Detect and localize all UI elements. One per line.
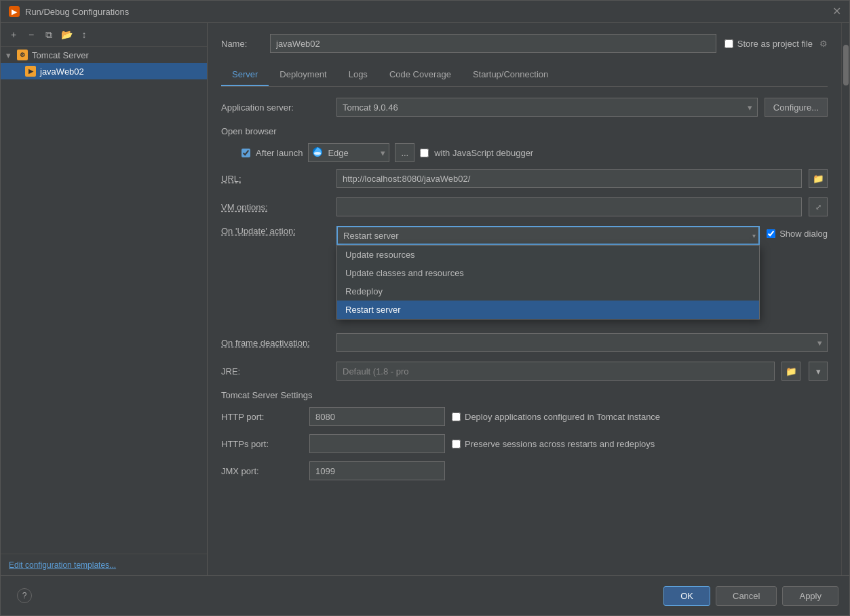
frame-deact-select-wrapper: ▾ [336, 333, 828, 352]
expand-icon: ▾ [6, 50, 14, 60]
app-server-select[interactable]: Tomcat 9.0.46 [336, 98, 758, 117]
after-launch-checkbox[interactable] [242, 149, 250, 157]
after-launch-label: After launch [256, 148, 303, 158]
title-bar-controls: ✕ [832, 7, 841, 16]
update-action-row: On 'Update' action: Restart server ▾ Upd… [221, 226, 828, 245]
dropdown-selected-value: Restart server [343, 231, 399, 241]
dropdown-item-restart-server[interactable]: Restart server [337, 301, 759, 319]
show-dialog-label: Show dialog [779, 229, 828, 239]
jre-folder-button[interactable]: 📁 [781, 362, 800, 381]
tab-deployment[interactable]: Deployment [269, 64, 337, 86]
store-project-section: Store as project file ⚙ [725, 39, 828, 49]
remove-button[interactable]: − [24, 27, 39, 42]
jmx-port-input[interactable] [309, 461, 445, 480]
gear-icon[interactable]: ⚙ [819, 39, 828, 49]
tabs: Server Deployment Logs Code Coverage Sta… [221, 64, 828, 87]
name-input[interactable] [270, 34, 716, 53]
tab-logs[interactable]: Logs [338, 64, 379, 86]
update-action-container: Restart server ▾ Update resources Update… [336, 226, 760, 245]
add-button[interactable]: + [6, 27, 21, 42]
show-dialog-checkbox[interactable] [767, 229, 775, 238]
http-port-input[interactable] [309, 407, 445, 426]
jmx-port-row: JMX port: [221, 461, 828, 480]
run-debug-dialog: ▶ Run/Debug Configurations ✕ + − ⧉ 📂 ↕ ▾… [0, 0, 850, 616]
vm-options-label-text: VM options: [221, 202, 268, 212]
folder-button[interactable]: 📂 [59, 27, 74, 42]
sidebar-tree: ▾ ⚙ Tomcat Server ▶ javaWeb02 [1, 47, 207, 554]
vm-options-input[interactable] [336, 197, 802, 216]
browser-more-button[interactable]: ... [395, 143, 414, 162]
jmx-port-label: JMX port: [221, 466, 303, 476]
deploy-apps-label: Deploy applications configured in Tomcat… [452, 412, 660, 422]
after-launch-checkbox-row: After launch [242, 148, 303, 158]
preserve-sessions-checkbox[interactable] [452, 440, 461, 448]
js-debugger-checkbox[interactable] [420, 149, 429, 157]
help-button[interactable]: ? [17, 588, 32, 603]
jre-input[interactable] [336, 362, 775, 381]
http-port-label: HTTP port: [221, 412, 303, 422]
dropdown-item-redeploy[interactable]: Redeploy [337, 282, 759, 301]
https-port-input[interactable] [309, 434, 445, 453]
update-action-dropdown: Restart server ▾ Update resources Update… [336, 226, 760, 245]
dropdown-selected[interactable]: Restart server [336, 226, 760, 245]
panel-header: Name: Store as project file ⚙ Server Dep… [208, 23, 841, 87]
sidebar-footer: Edit configuration templates... [1, 554, 207, 575]
apply-button[interactable]: Apply [782, 586, 838, 606]
tab-startup-connection[interactable]: Startup/Connection [462, 64, 559, 86]
frame-deact-select[interactable] [336, 333, 828, 352]
right-scrollbar[interactable] [841, 23, 849, 575]
sort-button[interactable]: ↕ [77, 27, 92, 42]
jre-label: JRE: [221, 366, 330, 377]
url-input[interactable] [336, 169, 802, 188]
name-row: Name: Store as project file ⚙ [221, 34, 828, 53]
vm-options-row: VM options: ⤢ [221, 197, 828, 216]
vm-options-expand-button[interactable]: ⤢ [809, 197, 828, 216]
app-server-row: Application server: Tomcat 9.0.46 ▾ Conf… [221, 98, 828, 117]
dropdown-item-update-classes[interactable]: Update classes and resources [337, 264, 759, 282]
dropdown-item-update-resources[interactable]: Update resources [337, 246, 759, 264]
app-icon: ▶ [9, 6, 20, 17]
main-panel: Name: Store as project file ⚙ Server Dep… [208, 23, 841, 575]
deploy-apps-checkbox[interactable] [452, 412, 461, 421]
https-port-label: HTTPs port: [221, 439, 303, 449]
browser-select[interactable]: Edge [308, 143, 389, 162]
url-label: URL: [221, 174, 330, 184]
preserve-sessions-label: Preserve sessions across restarts and re… [452, 439, 655, 449]
main-area: + − ⧉ 📂 ↕ ▾ ⚙ Tomcat Server ▶ [1, 23, 849, 575]
edit-templates-link[interactable]: Edit configuration templates... [9, 560, 116, 570]
name-label: Name: [221, 39, 262, 49]
panel-body: Application server: Tomcat 9.0.46 ▾ Conf… [208, 87, 841, 575]
browser-select-wrapper: Edge ▾ [308, 143, 389, 162]
close-button[interactable]: ✕ [832, 7, 841, 16]
store-project-checkbox[interactable] [725, 39, 733, 48]
dialog-footer: ? OK Cancel Apply [1, 575, 849, 615]
frame-deactivation-row: On frame deactivation: ▾ [221, 333, 828, 352]
frame-deact-label-text: On frame deactivation: [221, 338, 310, 348]
configure-button[interactable]: Configure... [765, 98, 828, 117]
tomcat-group-icon: ⚙ [17, 50, 28, 60]
app-server-select-wrapper: Tomcat 9.0.46 ▾ [336, 98, 758, 117]
js-debugger-label: with JavaScript debugger [434, 148, 533, 158]
sidebar: + − ⧉ 📂 ↕ ▾ ⚙ Tomcat Server ▶ [1, 23, 208, 575]
frame-deactivation-label: On frame deactivation: [221, 338, 330, 348]
jre-dropdown-button[interactable]: ▾ [809, 362, 828, 381]
copy-button[interactable]: ⧉ [41, 27, 56, 42]
tab-code-coverage[interactable]: Code Coverage [379, 64, 462, 86]
update-action-label-text: On 'Update' action: [221, 226, 296, 236]
javaweb02-label: javaWeb02 [40, 66, 84, 77]
sidebar-toolbar: + − ⧉ 📂 ↕ [1, 23, 207, 47]
dialog-title: Run/Debug Configurations [25, 7, 832, 17]
scroll-thumb[interactable] [843, 45, 849, 85]
tomcat-settings-label: Tomcat Server Settings [221, 390, 828, 400]
dropdown-menu: Update resources Update classes and reso… [336, 245, 760, 320]
sidebar-item-javaweb02[interactable]: ▶ javaWeb02 [1, 63, 207, 79]
ok-button[interactable]: OK [663, 586, 710, 606]
tab-server[interactable]: Server [221, 64, 269, 86]
config-icon: ▶ [25, 66, 36, 77]
url-folder-button[interactable]: 📁 [809, 169, 828, 188]
title-bar: ▶ Run/Debug Configurations ✕ [1, 1, 849, 23]
cancel-button[interactable]: Cancel [716, 586, 777, 606]
sidebar-item-tomcat[interactable]: ▾ ⚙ Tomcat Server [1, 47, 207, 63]
footer-right: OK Cancel Apply [663, 586, 838, 606]
app-server-label: Application server: [221, 102, 330, 113]
